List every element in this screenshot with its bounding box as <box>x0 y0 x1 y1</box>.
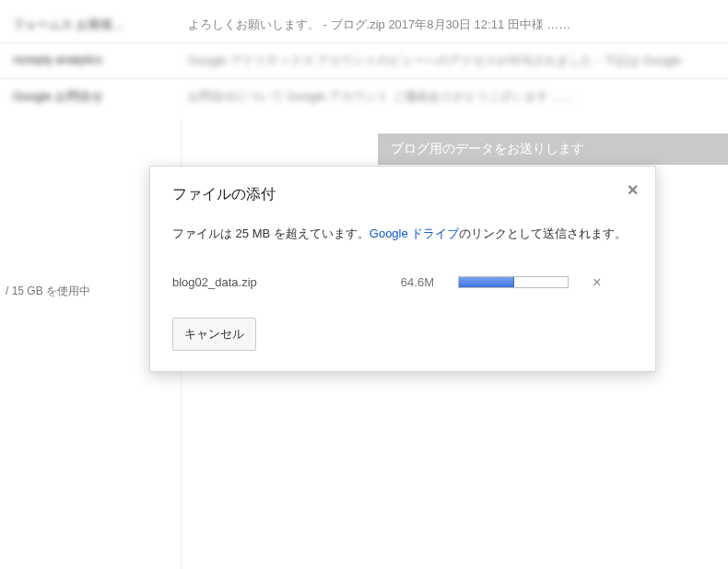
remove-file-icon[interactable]: × <box>593 275 601 290</box>
google-drive-link[interactable]: Google ドライブ <box>370 226 460 240</box>
dialog-message: ファイルは 25 MB を超えています。Google ドライブのリンクとして送信… <box>172 223 633 246</box>
upload-progress-bar <box>459 277 514 287</box>
cancel-button[interactable]: キャンセル <box>172 318 256 351</box>
close-icon[interactable]: ✕ <box>627 181 639 199</box>
file-size: 64.6M <box>382 275 434 289</box>
dialog-backdrop: ✕ ファイルの添付 ファイルは 25 MB を超えています。Google ドライ… <box>0 0 728 569</box>
dialog-message-part2: のリンクとして送信されます。 <box>459 226 627 240</box>
dialog-message-part1: ファイルは 25 MB を超えています。 <box>172 226 370 240</box>
upload-file-row: blog02_data.zip 64.6M × <box>172 275 633 290</box>
upload-progress <box>458 276 569 288</box>
file-name: blog02_data.zip <box>172 275 375 289</box>
attach-file-dialog: ✕ ファイルの添付 ファイルは 25 MB を超えています。Google ドライ… <box>149 166 656 372</box>
dialog-title: ファイルの添付 <box>172 185 633 204</box>
